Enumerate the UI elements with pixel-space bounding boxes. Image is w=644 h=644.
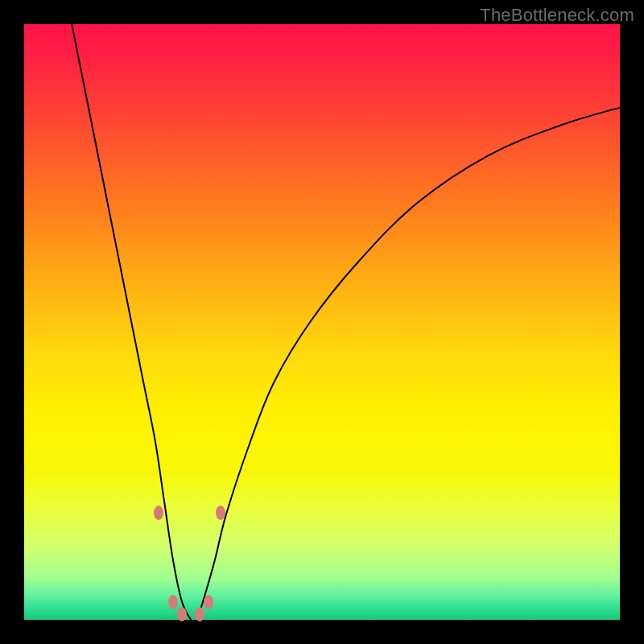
data-marker xyxy=(195,607,204,621)
chart-container: TheBottleneck.com xyxy=(0,0,644,644)
plot-area xyxy=(24,24,620,620)
watermark-text: TheBottleneck.com xyxy=(480,5,634,26)
data-marker xyxy=(154,506,163,520)
curve-layer xyxy=(24,24,620,620)
data-marker xyxy=(216,506,225,520)
right-curve xyxy=(197,108,620,620)
data-marker xyxy=(204,595,213,609)
left-curve xyxy=(72,24,191,620)
data-marker xyxy=(168,595,178,609)
data-marker xyxy=(177,607,187,621)
